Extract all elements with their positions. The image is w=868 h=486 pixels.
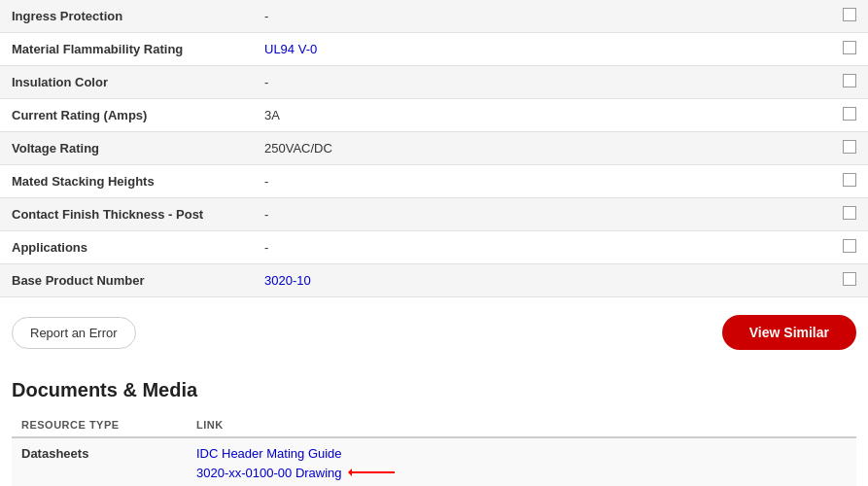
spec-row: Base Product Number3020-10 bbox=[0, 264, 868, 297]
spec-value: - bbox=[253, 165, 831, 198]
docs-heading: Documents & Media bbox=[12, 379, 856, 401]
spec-value-link[interactable]: UL94 V-0 bbox=[264, 42, 317, 56]
spec-value: 3A bbox=[253, 99, 831, 132]
spec-checkbox-cell[interactable] bbox=[831, 66, 868, 99]
spec-row: Applications- bbox=[0, 231, 868, 264]
report-error-button[interactable]: Report an Error bbox=[12, 317, 136, 349]
spec-checkbox[interactable] bbox=[843, 140, 856, 154]
spec-label: Ingress Protection bbox=[0, 0, 253, 33]
spec-value[interactable]: 3020-10 bbox=[253, 264, 831, 297]
spec-row: Ingress Protection- bbox=[0, 0, 868, 33]
spec-checkbox-cell[interactable] bbox=[831, 165, 868, 198]
spec-checkbox[interactable] bbox=[843, 8, 856, 21]
spec-checkbox[interactable] bbox=[843, 107, 856, 121]
doc-resource-type: Datasheets bbox=[12, 437, 187, 486]
spec-label: Insulation Color bbox=[0, 66, 253, 99]
doc-links-cell: IDC Header Mating Guide3020-xx-0100-00 D… bbox=[187, 437, 856, 486]
view-similar-button[interactable]: View Similar bbox=[722, 315, 856, 350]
spec-value: - bbox=[253, 231, 831, 264]
spec-value: - bbox=[253, 198, 831, 231]
spec-checkbox-cell[interactable] bbox=[831, 33, 868, 66]
col-link: LINK bbox=[187, 413, 856, 437]
spec-label: Contact Finish Thickness - Post bbox=[0, 198, 253, 231]
spec-checkbox[interactable] bbox=[843, 74, 856, 87]
spec-label: Current Rating (Amps) bbox=[0, 99, 253, 132]
doc-link-row: IDC Header Mating Guide bbox=[196, 446, 847, 461]
spec-checkbox-cell[interactable] bbox=[831, 264, 868, 297]
spec-label: Base Product Number bbox=[0, 264, 253, 297]
doc-row: DatasheetsIDC Header Mating Guide3020-xx… bbox=[12, 437, 856, 486]
spec-checkbox[interactable] bbox=[843, 239, 856, 253]
spec-row: Contact Finish Thickness - Post- bbox=[0, 198, 868, 231]
specs-table: Ingress Protection-Material Flammability… bbox=[0, 0, 868, 297]
spec-checkbox-cell[interactable] bbox=[831, 198, 868, 231]
spec-checkbox[interactable] bbox=[843, 272, 856, 286]
spec-row: Insulation Color- bbox=[0, 66, 868, 99]
spec-checkbox-cell[interactable] bbox=[831, 0, 868, 33]
spec-value[interactable]: UL94 V-0 bbox=[253, 33, 831, 66]
annotation-arrow bbox=[348, 464, 397, 481]
spec-row: Current Rating (Amps)3A bbox=[0, 99, 868, 132]
docs-section: Documents & Media RESOURCE TYPE LINK Dat… bbox=[0, 367, 868, 486]
spec-checkbox-cell[interactable] bbox=[831, 99, 868, 132]
spec-row: Mated Stacking Heights- bbox=[0, 165, 868, 198]
spec-checkbox[interactable] bbox=[843, 173, 856, 187]
spec-value: - bbox=[253, 0, 831, 33]
spec-label: Material Flammability Rating bbox=[0, 33, 253, 66]
spec-row: Voltage Rating250VAC/DC bbox=[0, 132, 868, 165]
doc-link[interactable]: IDC Header Mating Guide bbox=[196, 446, 342, 461]
col-resource-type: RESOURCE TYPE bbox=[12, 413, 187, 437]
svg-marker-1 bbox=[348, 469, 352, 476]
spec-value-link[interactable]: 3020-10 bbox=[264, 273, 311, 288]
spec-row: Material Flammability RatingUL94 V-0 bbox=[0, 33, 868, 66]
doc-link[interactable]: 3020-xx-0100-00 Drawing bbox=[196, 466, 342, 480]
spec-label: Voltage Rating bbox=[0, 132, 253, 165]
actions-row: Report an Error View Similar bbox=[0, 297, 868, 367]
docs-table: RESOURCE TYPE LINK DatasheetsIDC Header … bbox=[12, 413, 856, 486]
spec-label: Mated Stacking Heights bbox=[0, 165, 253, 198]
spec-checkbox[interactable] bbox=[843, 206, 856, 220]
spec-label: Applications bbox=[0, 231, 253, 264]
spec-value: 250VAC/DC bbox=[253, 132, 831, 165]
spec-checkbox-cell[interactable] bbox=[831, 132, 868, 165]
spec-checkbox-cell[interactable] bbox=[831, 231, 868, 264]
spec-value: - bbox=[253, 66, 831, 99]
doc-link-row: 3020-xx-0100-00 Drawing bbox=[196, 464, 847, 481]
spec-checkbox[interactable] bbox=[843, 41, 856, 54]
